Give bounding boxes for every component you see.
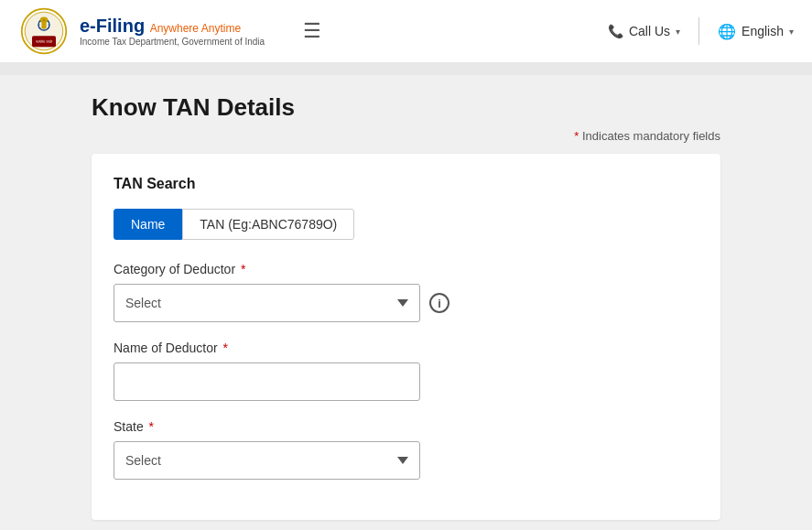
state-select[interactable]: Select Andhra Pradesh Arunachal Pradesh …	[114, 441, 420, 480]
state-label-text: State	[114, 419, 144, 434]
efiling-text: e-Filing	[80, 16, 145, 36]
category-required-marker: *	[241, 262, 245, 276]
category-form-group: Category of Deductor * Select Company Br…	[114, 262, 698, 322]
state-form-group: State * Select Andhra Pradesh Arunachal …	[114, 419, 698, 480]
category-select-wrapper: Select Company Branch/Division of Compan…	[114, 284, 698, 322]
category-label-text: Category of Deductor	[114, 262, 235, 276]
language-chevron-icon: ▾	[789, 27, 794, 37]
logo-subtitle: Income Tax Department, Government of Ind…	[80, 37, 265, 47]
name-required-marker: *	[223, 341, 228, 355]
call-us-chevron-icon: ▾	[676, 27, 680, 37]
logo-text-block: e-Filing Anywhere Anytime Income Tax Dep…	[80, 16, 265, 47]
card-title: TAN Search	[114, 176, 698, 192]
efiling-brand: e-Filing Anywhere Anytime	[80, 16, 265, 37]
page-content: Know TAN Details * Indicates mandatory f…	[0, 75, 812, 530]
category-info-icon[interactable]: i	[429, 293, 449, 313]
language-selector-button[interactable]: 🌐 English ▾	[718, 23, 794, 40]
category-select[interactable]: Select Company Branch/Division of Compan…	[114, 284, 420, 322]
tan-search-card: TAN Search Name TAN (Eg:ABNC76789O) Cate…	[92, 154, 720, 520]
mandatory-note: * Indicates mandatory fields	[92, 129, 720, 143]
site-header: सत्यमेव जयते e-Filing Anywhere Anytime I…	[0, 0, 812, 62]
tab-name-button[interactable]: Name	[114, 209, 182, 240]
svg-text:सत्यमेव जयते: सत्यमेव जयते	[34, 39, 52, 44]
sub-header-bar	[0, 62, 812, 75]
page-title: Know TAN Details	[92, 93, 720, 122]
header-left: सत्यमेव जयते e-Filing Anywhere Anytime I…	[18, 6, 321, 57]
call-us-button[interactable]: 📞 Call Us ▾	[608, 24, 680, 38]
name-form-group: Name of Deductor *	[114, 341, 698, 401]
phone-icon: 📞	[608, 24, 623, 38]
name-label-text: Name of Deductor	[114, 341, 218, 355]
header-right: 📞 Call Us ▾ 🌐 English ▾	[608, 17, 794, 45]
svg-rect-5	[41, 22, 46, 28]
header-divider	[698, 17, 699, 45]
mandatory-note-text: Indicates mandatory fields	[582, 129, 720, 143]
call-us-label: Call Us	[629, 24, 670, 38]
anywhere-text: Anywhere Anytime	[150, 22, 241, 35]
state-required-marker: *	[149, 419, 154, 434]
tab-tan-button[interactable]: TAN (Eg:ABNC76789O)	[182, 209, 354, 240]
language-label: English	[742, 24, 784, 38]
hamburger-menu-button[interactable]: ☰	[303, 19, 321, 43]
name-input[interactable]	[114, 362, 420, 401]
emblem-logo: सत्यमेव जयते	[18, 6, 69, 57]
state-label: State *	[114, 419, 698, 434]
name-label: Name of Deductor *	[114, 341, 698, 355]
mandatory-asterisk: *	[574, 129, 579, 143]
search-type-tabs: Name TAN (Eg:ABNC76789O)	[114, 209, 698, 240]
category-label: Category of Deductor *	[114, 262, 698, 276]
globe-icon: 🌐	[718, 23, 736, 40]
